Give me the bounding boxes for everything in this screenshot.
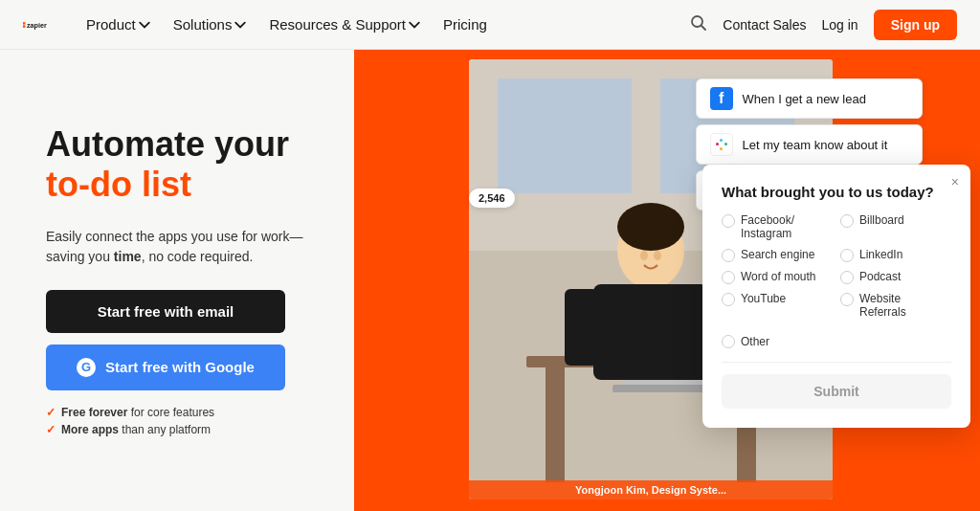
- navbar: zapier Product Solutions Resources & Sup…: [0, 0, 980, 50]
- svg-point-3: [692, 16, 702, 27]
- facebook-icon: f: [710, 87, 733, 110]
- hero-subtitle: Easily connect the apps you use for work…: [46, 227, 308, 267]
- svg-point-19: [617, 203, 684, 251]
- option-other[interactable]: Other: [722, 334, 951, 348]
- radio-linkedin[interactable]: [840, 249, 854, 262]
- photo-caption: Yongjoon Kim, Design Syste...: [469, 480, 833, 500]
- nav-solutions[interactable]: Solutions: [164, 11, 256, 38]
- automation-card-1: Let my team know about it: [696, 124, 923, 165]
- checkmarks: ✓ Free forever for core features ✓ More …: [46, 406, 308, 436]
- nav-product[interactable]: Product: [77, 11, 160, 38]
- modal-close-button[interactable]: ×: [951, 174, 959, 189]
- option-linkedin[interactable]: LinkedIn: [840, 248, 951, 262]
- radio-youtube[interactable]: [722, 293, 735, 306]
- start-google-button[interactable]: G Start free with Google: [46, 344, 285, 390]
- logo[interactable]: zapier: [23, 15, 54, 34]
- svg-point-21: [654, 251, 661, 260]
- modal-divider: [722, 362, 951, 363]
- survey-title: What brought you to us today?: [722, 184, 951, 200]
- survey-submit-button[interactable]: Submit: [722, 374, 951, 409]
- svg-rect-25: [720, 147, 723, 150]
- radio-podcast[interactable]: [840, 271, 854, 284]
- radio-other[interactable]: [722, 335, 735, 348]
- nav-resources[interactable]: Resources & Support: [259, 11, 430, 38]
- radio-billboard[interactable]: [840, 214, 854, 228]
- automation-card-0: f When I get a new lead: [696, 78, 923, 119]
- option-facebook[interactable]: Facebook/Instagram: [722, 213, 833, 240]
- counter-pill: 2,546: [469, 189, 515, 208]
- nav-links: Product Solutions Resources & Support Pr…: [77, 11, 690, 38]
- hero-left: Automate your to-do list Easily connect …: [0, 50, 354, 511]
- nav-pricing[interactable]: Pricing: [434, 11, 497, 38]
- option-search[interactable]: Search engine: [722, 248, 833, 262]
- radio-wordofmouth[interactable]: [722, 271, 735, 284]
- search-icon[interactable]: [690, 14, 707, 35]
- check-apps: ✓ More apps than any platform: [46, 423, 308, 436]
- option-wordofmouth[interactable]: Word of mouth: [722, 270, 833, 284]
- option-youtube[interactable]: YouTube: [722, 292, 833, 319]
- signup-button[interactable]: Sign up: [874, 10, 957, 40]
- svg-rect-1: [23, 25, 25, 27]
- check-free: ✓ Free forever for core features: [46, 406, 308, 419]
- survey-options: Facebook/Instagram Billboard Search engi…: [722, 213, 951, 319]
- nav-right: Contact Sales Log in Sign up: [690, 10, 957, 40]
- svg-rect-24: [724, 143, 727, 145]
- radio-website[interactable]: [840, 293, 854, 306]
- survey-modal: × What brought you to us today? Facebook…: [702, 165, 970, 428]
- contact-sales-link[interactable]: Contact Sales: [723, 17, 806, 33]
- svg-rect-9: [546, 367, 565, 482]
- svg-point-20: [640, 251, 648, 260]
- google-icon: G: [77, 358, 96, 377]
- radio-facebook[interactable]: [722, 214, 735, 228]
- hero-title: Automate your to-do list: [46, 124, 308, 204]
- login-link[interactable]: Log in: [822, 17, 858, 33]
- svg-rect-0: [23, 22, 25, 24]
- radio-search[interactable]: [722, 249, 735, 262]
- svg-rect-23: [720, 139, 723, 142]
- main-content: Automate your to-do list Easily connect …: [0, 50, 980, 511]
- svg-rect-17: [565, 289, 598, 366]
- svg-rect-22: [716, 143, 719, 145]
- svg-rect-6: [498, 78, 632, 193]
- hero-right: Yongjoon Kim, Design Syste... 2,546 f Wh…: [354, 50, 980, 511]
- option-billboard[interactable]: Billboard: [840, 213, 951, 240]
- start-email-button[interactable]: Start free with email: [46, 290, 285, 333]
- svg-rect-16: [593, 284, 708, 380]
- svg-text:zapier: zapier: [27, 20, 47, 29]
- option-podcast[interactable]: Podcast: [840, 270, 951, 284]
- option-website[interactable]: WebsiteReferrals: [840, 292, 951, 319]
- slack-icon: [710, 133, 733, 156]
